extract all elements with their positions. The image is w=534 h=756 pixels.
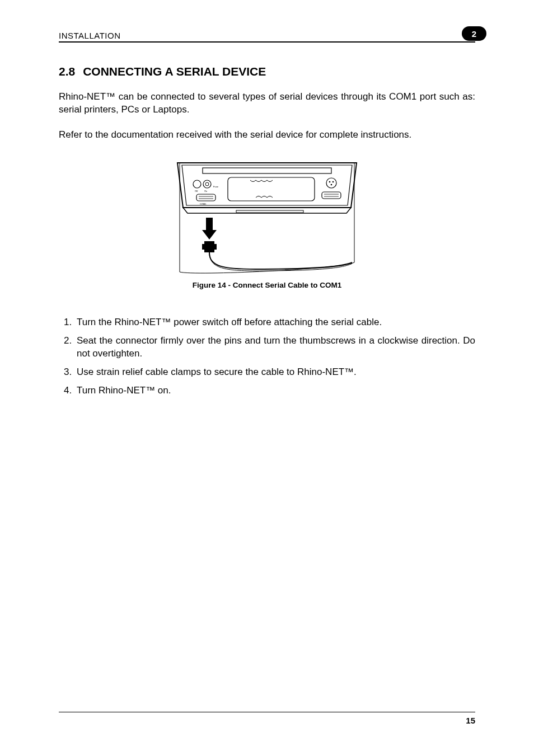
svg-point-3 xyxy=(205,182,209,186)
svg-point-14 xyxy=(332,181,334,183)
section-number: 2.8 xyxy=(59,65,75,78)
svg-text:On: On xyxy=(204,190,207,192)
svg-point-13 xyxy=(329,181,331,183)
section-title: CONNECTING A SERIAL DEVICE xyxy=(83,65,266,78)
svg-rect-22 xyxy=(202,244,204,250)
svg-point-12 xyxy=(326,178,336,188)
svg-rect-21 xyxy=(204,241,214,252)
svg-marker-20 xyxy=(202,218,217,240)
svg-point-15 xyxy=(331,184,332,186)
header-title: INSTALLATION xyxy=(59,31,120,40)
svg-rect-0 xyxy=(203,168,331,173)
svg-rect-23 xyxy=(214,244,217,250)
page-footer: 15 xyxy=(59,712,475,725)
svg-rect-16 xyxy=(322,192,341,199)
intro-paragraph-1: Rhino-NET™ can be connected to several t… xyxy=(59,91,475,116)
step-item: Use strain relief cable clamps to secure… xyxy=(74,366,475,379)
chapter-badge: 2 xyxy=(462,26,486,41)
section-heading: 2.8 CONNECTING A SERIAL DEVICE xyxy=(59,65,475,78)
page-number: 15 xyxy=(466,716,475,725)
intro-paragraph-2: Refer to the documentation received with… xyxy=(59,129,475,142)
svg-text:Fuse: Fuse xyxy=(213,185,219,188)
svg-point-2 xyxy=(203,180,211,188)
device-illustration: Off On Fuse COM1 xyxy=(172,157,362,278)
page-header: INSTALLATION 2 xyxy=(59,31,475,43)
svg-text:Off: Off xyxy=(195,190,198,192)
figure: Off On Fuse COM1 xyxy=(59,157,475,289)
svg-rect-7 xyxy=(196,194,216,201)
step-item: Seat the connector firmly over the pins … xyxy=(74,335,475,360)
figure-caption: Figure 14 - Connect Serial Cable to COM1 xyxy=(193,281,341,289)
step-item: Turn Rhino-NET™ on. xyxy=(74,384,475,397)
page: INSTALLATION 2 2.8 CONNECTING A SERIAL D… xyxy=(0,0,534,756)
step-item: Turn the Rhino-NET™ power switch off bef… xyxy=(74,316,475,329)
svg-rect-19 xyxy=(236,210,303,213)
steps-list: Turn the Rhino-NET™ power switch off bef… xyxy=(59,316,475,397)
svg-text:COM1: COM1 xyxy=(200,203,207,205)
svg-point-1 xyxy=(193,180,201,188)
